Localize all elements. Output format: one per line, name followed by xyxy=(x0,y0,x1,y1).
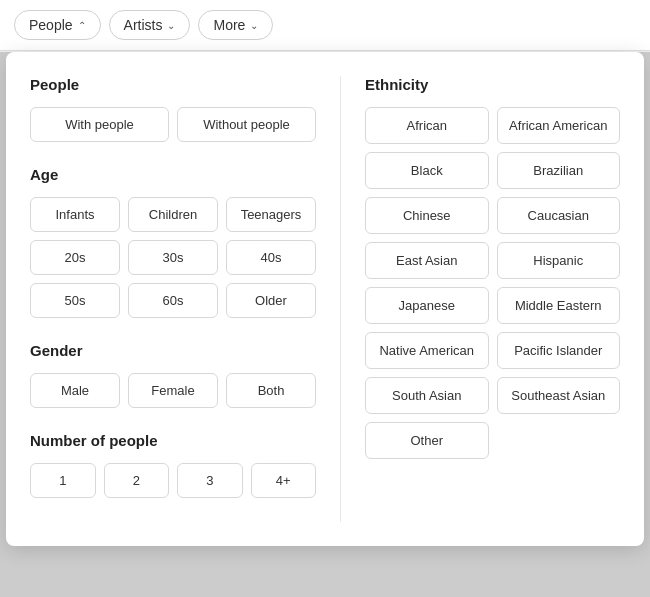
filter-dropdown-panel: People With people Without people Age In… xyxy=(6,52,644,546)
people-button[interactable]: People ⌃ xyxy=(14,10,101,40)
chevron-down-icon: ⌄ xyxy=(167,20,175,31)
with-people-button[interactable]: With people xyxy=(30,107,169,142)
number-of-people-section: Number of people 1 2 3 4+ xyxy=(30,432,316,498)
more-label: More xyxy=(213,17,245,33)
30s-button[interactable]: 30s xyxy=(128,240,218,275)
chevron-down-icon-2: ⌄ xyxy=(250,20,258,31)
num-2-button[interactable]: 2 xyxy=(104,463,170,498)
50s-button[interactable]: 50s xyxy=(30,283,120,318)
middle-eastern-button[interactable]: Middle Eastern xyxy=(497,287,621,324)
left-column: People With people Without people Age In… xyxy=(30,76,340,522)
african-american-button[interactable]: African American xyxy=(497,107,621,144)
pacific-islander-button[interactable]: Pacific Islander xyxy=(497,332,621,369)
female-button[interactable]: Female xyxy=(128,373,218,408)
artists-label: Artists xyxy=(124,17,163,33)
num-1-button[interactable]: 1 xyxy=(30,463,96,498)
num-4plus-button[interactable]: 4+ xyxy=(251,463,317,498)
without-people-button[interactable]: Without people xyxy=(177,107,316,142)
chinese-button[interactable]: Chinese xyxy=(365,197,489,234)
age-buttons-grid: Infants Children Teenagers 20s 30s 40s 5… xyxy=(30,197,316,318)
gender-section-title: Gender xyxy=(30,342,316,359)
ethnicity-section-title: Ethnicity xyxy=(365,76,620,93)
south-asian-button[interactable]: South Asian xyxy=(365,377,489,414)
caucasian-button[interactable]: Caucasian xyxy=(497,197,621,234)
both-button[interactable]: Both xyxy=(226,373,316,408)
people-section-title: People xyxy=(30,76,316,93)
more-button[interactable]: More ⌄ xyxy=(198,10,273,40)
artists-button[interactable]: Artists ⌄ xyxy=(109,10,191,40)
chevron-up-icon: ⌃ xyxy=(78,20,86,31)
japanese-button[interactable]: Japanese xyxy=(365,287,489,324)
african-button[interactable]: African xyxy=(365,107,489,144)
number-buttons-grid: 1 2 3 4+ xyxy=(30,463,316,498)
age-section-title: Age xyxy=(30,166,316,183)
native-american-button[interactable]: Native American xyxy=(365,332,489,369)
teenagers-button[interactable]: Teenagers xyxy=(226,197,316,232)
40s-button[interactable]: 40s xyxy=(226,240,316,275)
60s-button[interactable]: 60s xyxy=(128,283,218,318)
infants-button[interactable]: Infants xyxy=(30,197,120,232)
ethnicity-buttons-grid: African African American Black Brazilian… xyxy=(365,107,620,459)
num-3-button[interactable]: 3 xyxy=(177,463,243,498)
east-asian-button[interactable]: East Asian xyxy=(365,242,489,279)
top-bar: People ⌃ Artists ⌄ More ⌄ xyxy=(0,0,650,51)
hispanic-button[interactable]: Hispanic xyxy=(497,242,621,279)
children-button[interactable]: Children xyxy=(128,197,218,232)
number-section-title: Number of people xyxy=(30,432,316,449)
male-button[interactable]: Male xyxy=(30,373,120,408)
people-buttons-grid: With people Without people xyxy=(30,107,316,142)
gender-section: Gender Male Female Both xyxy=(30,342,316,408)
black-button[interactable]: Black xyxy=(365,152,489,189)
people-label: People xyxy=(29,17,73,33)
20s-button[interactable]: 20s xyxy=(30,240,120,275)
age-section: Age Infants Children Teenagers 20s 30s 4… xyxy=(30,166,316,318)
brazilian-button[interactable]: Brazilian xyxy=(497,152,621,189)
right-column: Ethnicity African African American Black… xyxy=(340,76,620,522)
gender-buttons-grid: Male Female Both xyxy=(30,373,316,408)
older-button[interactable]: Older xyxy=(226,283,316,318)
people-section: People With people Without people xyxy=(30,76,316,142)
southeast-asian-button[interactable]: Southeast Asian xyxy=(497,377,621,414)
other-button[interactable]: Other xyxy=(365,422,489,459)
